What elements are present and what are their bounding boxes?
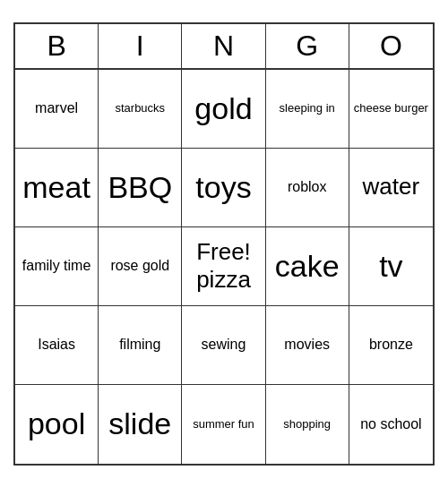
cell-text: meat xyxy=(22,169,90,206)
bingo-cell: starbucks xyxy=(99,70,182,149)
cell-text: roblox xyxy=(288,178,327,195)
bingo-cell: slide xyxy=(99,385,182,464)
header-letter: B xyxy=(15,24,99,68)
bingo-cell: tv xyxy=(349,227,433,306)
cell-text: tv xyxy=(379,248,402,285)
cell-text: slide xyxy=(108,406,171,442)
bingo-cell: sleeping in xyxy=(266,70,349,149)
cell-text: water xyxy=(363,173,420,201)
bingo-header: BINGO xyxy=(15,24,433,70)
cell-text: BBQ xyxy=(108,169,172,206)
bingo-card: BINGO marvelstarbucksgoldsleeping inchee… xyxy=(13,22,435,466)
cell-text: cake xyxy=(275,248,340,285)
header-letter: N xyxy=(182,24,265,68)
bingo-cell: toys xyxy=(182,149,265,227)
cell-text: cheese burger xyxy=(354,101,428,115)
bingo-cell: pool xyxy=(15,385,99,464)
bingo-cell: marvel xyxy=(15,70,99,149)
bingo-cell: shopping xyxy=(266,385,349,464)
cell-text: marvel xyxy=(35,99,78,116)
bingo-cell: bronze xyxy=(349,306,433,385)
cell-text: toys xyxy=(195,169,251,206)
cell-text: Free! pizza xyxy=(185,238,261,294)
header-letter: G xyxy=(266,24,349,68)
bingo-cell: Isaias xyxy=(15,306,99,385)
cell-text: movies xyxy=(284,336,330,353)
cell-text: sleeping in xyxy=(280,101,335,115)
bingo-grid: marvelstarbucksgoldsleeping incheese bur… xyxy=(15,70,433,464)
bingo-cell: summer fun xyxy=(182,385,265,464)
cell-text: rose gold xyxy=(110,257,169,274)
bingo-cell: family time xyxy=(15,227,99,306)
cell-text: shopping xyxy=(283,417,331,431)
cell-text: bronze xyxy=(369,336,413,353)
cell-text: gold xyxy=(194,90,252,127)
bingo-cell: BBQ xyxy=(99,149,182,227)
header-letter: O xyxy=(349,24,433,68)
cell-text: sewing xyxy=(202,336,246,353)
bingo-cell: gold xyxy=(182,70,265,149)
bingo-cell: no school xyxy=(349,385,433,464)
cell-text: family time xyxy=(22,257,90,274)
bingo-cell: cheese burger xyxy=(349,70,433,149)
cell-text: summer fun xyxy=(193,417,254,431)
bingo-cell: roblox xyxy=(266,149,349,227)
bingo-cell: Free! pizza xyxy=(182,227,265,306)
cell-text: starbucks xyxy=(115,101,165,115)
cell-text: no school xyxy=(360,415,422,432)
cell-text: Isaias xyxy=(38,336,75,353)
header-letter: I xyxy=(99,24,182,68)
bingo-cell: filming xyxy=(99,306,182,385)
bingo-cell: meat xyxy=(15,149,99,227)
bingo-cell: rose gold xyxy=(99,227,182,306)
bingo-cell: movies xyxy=(266,306,349,385)
bingo-cell: water xyxy=(349,149,433,227)
cell-text: pool xyxy=(28,406,85,442)
bingo-cell: cake xyxy=(266,227,349,306)
cell-text: filming xyxy=(119,336,160,353)
bingo-cell: sewing xyxy=(182,306,265,385)
